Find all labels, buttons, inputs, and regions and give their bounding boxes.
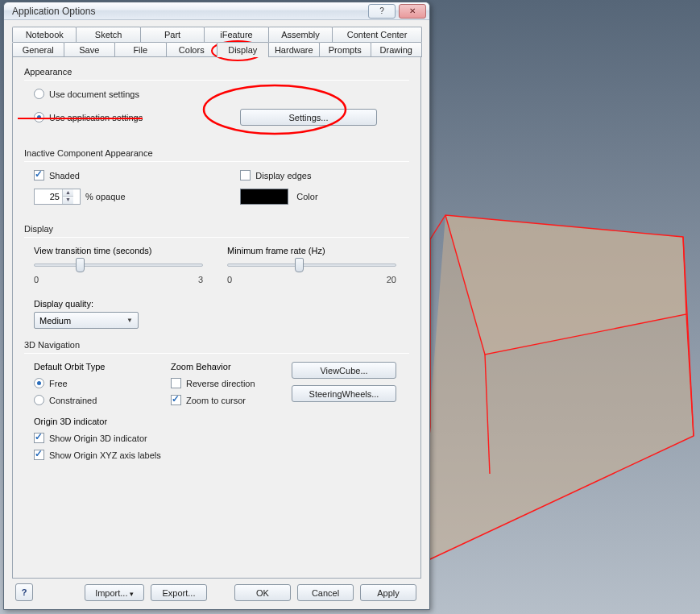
tab-prompts[interactable]: Prompts	[319, 42, 371, 57]
ok-button[interactable]: OK	[234, 584, 291, 601]
titlebar[interactable]: Application Options ? ✕	[4, 2, 429, 20]
select-display-quality[interactable]: Medium ▼	[34, 312, 139, 329]
tab-panel-display: Appearance Use document settings Use app…	[12, 56, 421, 579]
tab-sketch[interactable]: Sketch	[76, 27, 140, 42]
help-titlebar-button[interactable]: ?	[368, 4, 396, 19]
radio-use-application[interactable]	[34, 112, 44, 122]
section-appearance: Appearance	[24, 67, 409, 77]
label-use-application: Use application settings	[49, 113, 143, 122]
radio-use-document[interactable]	[34, 89, 44, 99]
check-zoom-to-cursor[interactable]	[171, 395, 181, 405]
label-origin-indicator: Origin 3D indicator	[34, 417, 409, 426]
label-view-transition: View transition time (seconds)	[34, 246, 203, 255]
tab-display[interactable]: Display	[217, 42, 269, 57]
label-display-quality: Display quality:	[34, 299, 409, 309]
tab-ifeature[interactable]: iFeature	[204, 27, 268, 42]
close-button[interactable]: ✕	[399, 4, 426, 19]
tab-file[interactable]: File	[114, 42, 167, 57]
label-display-edges: Display edges	[255, 171, 311, 180]
import-button[interactable]: Import...	[85, 584, 144, 601]
radio-orbit-constrained[interactable]	[34, 395, 44, 405]
label-opaque: % opaque	[85, 192, 126, 201]
section-3d-nav: 3D Navigation	[24, 340, 409, 350]
check-show-origin[interactable]	[34, 433, 44, 443]
steeringwheels-button[interactable]: SteeringWheels...	[292, 385, 396, 402]
chevron-down-icon: ▼	[126, 317, 133, 324]
application-options-dialog: Application Options ? ✕ Notebook Sketch …	[3, 2, 430, 610]
slider-min-frame[interactable]: 020	[227, 255, 396, 275]
tab-part[interactable]: Part	[140, 27, 205, 42]
spin-down-icon[interactable]: ▼	[63, 197, 73, 204]
tab-notebook[interactable]: Notebook	[12, 27, 77, 42]
settings-button[interactable]: Settings...	[240, 109, 377, 126]
tab-general[interactable]: General	[12, 42, 64, 57]
tab-assembly[interactable]: Assembly	[268, 27, 333, 42]
check-shaded[interactable]	[34, 170, 44, 180]
check-show-xyz[interactable]	[34, 450, 44, 460]
opaque-spinner[interactable]: ▲▼	[34, 189, 81, 205]
window-title: Application Options	[12, 6, 367, 17]
footer-bar: ? Import... Export... OK Cancel Apply	[12, 579, 421, 604]
opaque-input[interactable]	[35, 192, 62, 201]
label-shaded: Shaded	[49, 171, 80, 180]
tab-hardware[interactable]: Hardware	[268, 42, 321, 57]
apply-button[interactable]: Apply	[360, 584, 416, 601]
label-orbit-type: Default Orbit Type	[34, 362, 171, 371]
cancel-button[interactable]: Cancel	[297, 584, 354, 601]
tab-colors[interactable]: Colors	[166, 42, 218, 57]
tab-save[interactable]: Save	[64, 42, 116, 57]
tab-content-center[interactable]: Content Center	[332, 27, 422, 42]
tab-strip: Notebook Sketch Part iFeature Assembly C…	[12, 27, 421, 57]
export-button[interactable]: Export...	[151, 584, 207, 601]
tab-drawing[interactable]: Drawing	[371, 42, 423, 57]
viewcube-button[interactable]: ViewCube...	[292, 362, 396, 379]
spin-up-icon[interactable]: ▲	[63, 189, 73, 197]
label-min-frame: Minimum frame rate (Hz)	[227, 246, 396, 255]
check-reverse-direction[interactable]	[171, 378, 181, 388]
slider-view-transition[interactable]: 03	[34, 255, 203, 275]
label-use-document: Use document settings	[49, 89, 139, 99]
label-color: Color	[296, 192, 317, 201]
radio-orbit-free[interactable]	[34, 378, 44, 388]
check-display-edges[interactable]	[240, 170, 251, 180]
section-display: Display	[24, 224, 409, 234]
label-zoom-behavior: Zoom Behavior	[171, 362, 292, 371]
section-inactive: Inactive Component Appearance	[24, 148, 409, 158]
color-swatch[interactable]	[240, 189, 288, 205]
help-button[interactable]: ?	[15, 583, 33, 601]
